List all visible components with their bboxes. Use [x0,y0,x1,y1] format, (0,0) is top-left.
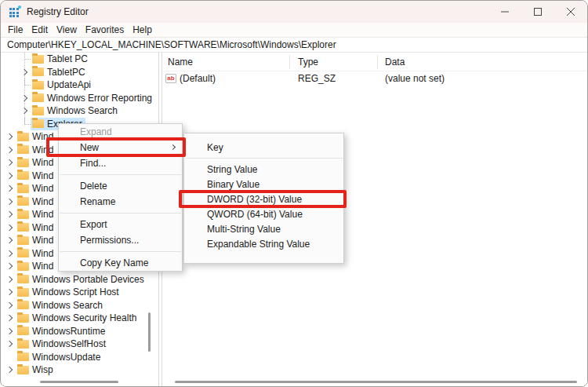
menubar-item-favorites[interactable]: Favorites [85,24,124,35]
tree-item-content[interactable]: WindowsRuntime [16,325,108,338]
vertical-scrollbar-thumb[interactable] [148,312,151,352]
context-menu-item-find[interactable]: Find... [59,155,182,171]
submenu-item-key[interactable]: Key [184,140,343,155]
address-path: Computer\HKEY_LOCAL_MACHINE\SOFTWARE\Mic… [7,39,336,50]
menubar-item-help[interactable]: Help [132,24,152,35]
tree-item-content[interactable]: Wind [16,260,56,272]
chevron-right-icon[interactable] [4,144,16,156]
submenu-item-expandable-string-value[interactable]: Expandable String Value [184,236,343,251]
value-name: (Default) [180,73,216,84]
tree-item-content[interactable]: Wind [16,195,56,208]
tree-item-content[interactable]: Wind [16,247,56,260]
tree-item[interactable]: Windows Script Host [2,286,147,299]
menubar-item-edit[interactable]: Edit [31,24,48,35]
horizontal-scrollbar-thumb[interactable] [40,381,118,383]
menu-item-label: Delete [80,181,107,192]
tree-item-content[interactable]: Windows Security Health [16,312,140,324]
chevron-right-icon[interactable] [4,182,16,195]
close-button[interactable] [554,1,587,23]
menu-separator [60,213,181,214]
list-header: Name Type Data [162,53,588,71]
tree-item[interactable]: WindowsRuntime [2,325,147,338]
column-header-data[interactable]: Data [385,57,405,68]
tree-item[interactable]: UpdateApi [2,78,147,92]
folder-icon [17,145,29,154]
chevron-right-icon[interactable] [19,104,31,117]
chevron-right-icon[interactable] [4,338,16,350]
tree-item-content[interactable]: Wind [16,170,56,182]
chevron-right-icon[interactable] [4,221,16,234]
context-menu-item-export[interactable]: Export [59,217,182,232]
tree-item[interactable]: Wisp [2,363,147,377]
context-menu-item-delete[interactable]: Delete [59,178,182,194]
column-header-name[interactable]: Name [168,57,193,68]
chevron-right-icon[interactable] [4,234,16,246]
tree-item-content[interactable]: Wind [16,156,56,169]
menu-item-label: Key [207,142,223,153]
minimize-button[interactable] [488,1,521,23]
tree-item-content[interactable]: Wind [16,182,56,195]
chevron-right-icon[interactable] [4,299,16,312]
tree-item-content[interactable]: Windows Search [31,104,121,117]
tree-item[interactable]: Windows Error Reporting [2,92,147,105]
chevron-right-icon[interactable] [19,92,31,104]
context-menu-item-rename[interactable]: Rename [59,194,182,210]
folder-icon [17,159,29,167]
chevron-right-icon[interactable] [4,325,16,338]
chevron-right-icon[interactable] [4,195,16,208]
chevron-right-icon[interactable] [4,170,16,182]
address-bar[interactable]: Computer\HKEY_LOCAL_MACHINE\SOFTWARE\Mic… [1,38,587,53]
maximize-button[interactable] [521,1,554,23]
tree-item-content[interactable]: UpdateApi [31,78,94,91]
chevron-right-icon[interactable] [4,130,16,143]
chevron-right-icon[interactable] [4,363,16,376]
chevron-right-icon[interactable] [4,286,16,298]
tree-item[interactable]: WindowsUpdate [2,351,147,364]
folder-icon [17,171,29,180]
tree-item-label: Wind [32,196,53,207]
tree-item-content[interactable]: Windows Search [16,299,106,312]
tree-line-icon [19,53,31,65]
chevron-right-icon[interactable] [19,66,31,78]
tree-item[interactable]: TabletPC [2,66,147,79]
tree-item-content[interactable]: Tablet PC [31,53,91,65]
column-separator[interactable] [377,55,378,69]
tree-item[interactable]: Windows Search [2,104,147,118]
menubar-item-file[interactable]: File [8,24,23,35]
tree-item[interactable]: Tablet PC [2,53,147,66]
tree-item-content[interactable]: TabletPC [31,66,89,78]
menu-item-label: Expandable String Value [207,239,310,250]
tree-item[interactable]: Windows Security Health [2,312,147,325]
submenu-item-multi-string-value[interactable]: Multi-String Value [184,221,343,236]
close-icon [567,8,575,16]
chevron-right-icon[interactable] [4,273,16,286]
tree-item[interactable]: WindowsSelfHost [2,338,147,351]
column-separator[interactable] [289,55,290,69]
tree-item-content[interactable]: WindowsUpdate [16,351,103,363]
tree-item-content[interactable]: Windows Error Reporting [31,92,155,104]
context-menu-item-copy-key-name[interactable]: Copy Key Name [59,255,182,271]
tree-item-content[interactable]: Wind [16,234,56,246]
folder-icon [32,93,44,102]
tree-item-content[interactable]: Wisp [16,363,56,376]
chevron-right-icon[interactable] [4,208,16,221]
submenu-item-string-value[interactable]: String Value [184,162,343,177]
tree-item-content[interactable]: Windows Script Host [16,286,122,298]
tree-item[interactable]: Windows Portable Devices [2,273,147,287]
chevron-right-icon[interactable] [4,247,16,260]
value-row[interactable]: ab(Default)REG_SZ(value not set) [162,71,588,85]
tree-item-content[interactable]: Windows Portable Devices [16,273,147,286]
chevron-right-icon[interactable] [4,260,16,272]
submenu-item-qword-64-bit-value[interactable]: QWORD (64-bit) Value [184,206,343,221]
column-header-type[interactable]: Type [298,57,318,68]
tree-item-content[interactable]: WindowsSelfHost [16,338,109,350]
tree-item-content[interactable]: Wind [16,208,56,221]
context-menu-item-permissions[interactable]: Permissions... [59,232,182,248]
menubar-item-view[interactable]: View [56,24,77,35]
tree-item[interactable]: Windows Search [2,299,147,312]
tree-item-label: Windows Search [32,300,103,311]
chevron-right-icon[interactable] [4,156,16,169]
chevron-right-icon[interactable] [4,312,16,324]
horizontal-scrollbar-thumb[interactable] [175,381,577,383]
tree-item-content[interactable]: Wind [16,221,56,234]
